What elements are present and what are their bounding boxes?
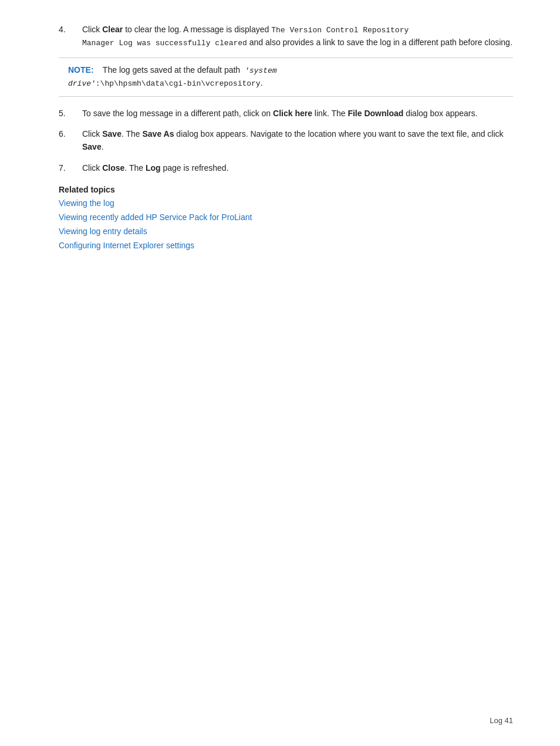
note-box: NOTE: The log gets saved at the default … bbox=[59, 58, 513, 96]
step-6-number: 6. bbox=[59, 128, 82, 153]
note-text: The log gets saved at the default path '… bbox=[68, 65, 277, 87]
save-bold-1: Save bbox=[102, 129, 122, 139]
step-5-number: 5. bbox=[59, 107, 82, 120]
step-6: 6. Click Save. The Save As dialog box ap… bbox=[59, 128, 513, 153]
step-4-code: The Version Control RepositoryManager Lo… bbox=[82, 26, 409, 48]
clear-bold: Clear bbox=[102, 25, 123, 34]
step-5: 5. To save the log message in a differen… bbox=[59, 107, 513, 120]
save-as-bold: Save As bbox=[142, 129, 174, 139]
page-footer: Log 41 bbox=[490, 716, 513, 725]
step-5-text: To save the log message in a different p… bbox=[82, 107, 513, 120]
related-link-log-entry[interactable]: Viewing log entry details bbox=[59, 225, 513, 239]
log-bold: Log bbox=[146, 163, 161, 173]
related-link-viewing-log[interactable]: Viewing the log bbox=[59, 197, 513, 211]
save-bold-2: Save bbox=[82, 142, 102, 151]
related-link-service-pack[interactable]: Viewing recently added HP Service Pack f… bbox=[59, 211, 513, 225]
main-content: 4. Click Clear to clear the log. A messa… bbox=[59, 23, 513, 253]
related-link-ie-settings[interactable]: Configuring Internet Explorer settings bbox=[59, 239, 513, 253]
related-topics-title: Related topics bbox=[59, 185, 513, 194]
footer-text: Log 41 bbox=[490, 716, 513, 725]
click-here-bold: Click here bbox=[273, 109, 312, 118]
step-4: 4. Click Clear to clear the log. A messa… bbox=[59, 23, 513, 49]
step-4-text: Click Clear to clear the log. A message … bbox=[82, 23, 513, 49]
related-topics-section: Related topics Viewing the log Viewing r… bbox=[59, 185, 513, 252]
note-label: NOTE: bbox=[68, 65, 94, 75]
note-path-code: :\hp\hpsmh\data\cgi-bin\vcrepository bbox=[96, 79, 261, 88]
step-7: 7. Click Close. The Log page is refreshe… bbox=[59, 162, 513, 175]
step-4-number: 4. bbox=[59, 23, 82, 49]
file-download-bold: File Download bbox=[348, 109, 403, 118]
step-7-number: 7. bbox=[59, 162, 82, 175]
step-7-text: Click Close. The Log page is refreshed. bbox=[82, 162, 513, 175]
close-bold: Close bbox=[102, 163, 124, 173]
step-6-text: Click Save. The Save As dialog box appea… bbox=[82, 128, 513, 153]
